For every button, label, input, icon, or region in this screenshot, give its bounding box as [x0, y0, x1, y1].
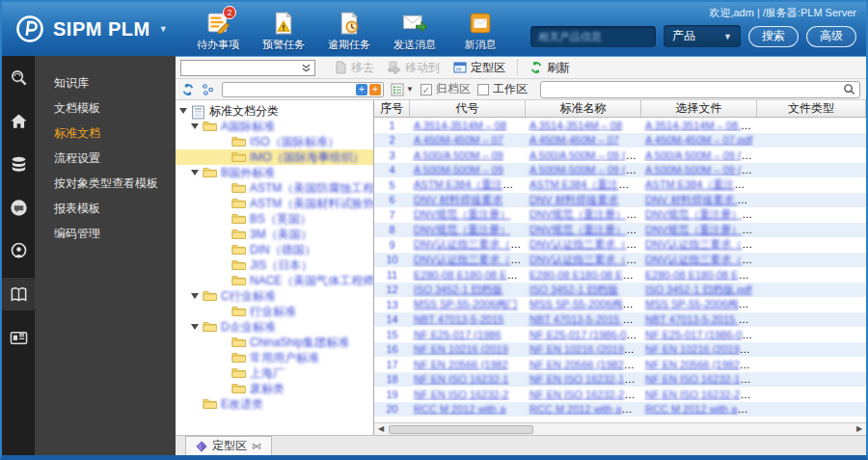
scroll-left-icon[interactable]: ◀ — [374, 423, 388, 435]
tree-node[interactable]: C行业标准 — [176, 288, 373, 304]
tree-node[interactable]: 废标类 — [176, 381, 373, 396]
list-icon — [391, 83, 404, 96]
expander-icon[interactable] — [191, 123, 199, 129]
tree-node[interactable]: ChinaShip集团标准 — [176, 335, 373, 350]
top-action-send-message[interactable]: 发送消息 — [387, 11, 443, 52]
tree-node[interactable]: DIN（德国） — [176, 242, 373, 257]
table-row[interactable]: 5ASTM E384（重注册）ASTM E384（重注册）ASTM E384（重… — [374, 177, 866, 193]
quick-add-input[interactable]: + + — [222, 82, 384, 97]
tree-node[interactable]: 上海厂 — [176, 365, 373, 381]
global-search-input[interactable]: 相关产品信息 — [530, 26, 656, 47]
profile-broadcast-icon[interactable] — [2, 234, 35, 267]
tree-node[interactable]: NACE（美国气体工程师协会） — [176, 273, 373, 288]
staging-area-button[interactable]: 定型区 — [447, 58, 512, 77]
expander-icon[interactable] — [191, 324, 199, 330]
chat-icon[interactable] — [2, 191, 35, 224]
structure-icon[interactable] — [202, 83, 215, 96]
advanced-search-button[interactable]: 高级 — [806, 26, 856, 47]
tree-node[interactable]: 常用用户标准 — [176, 350, 373, 365]
horizontal-scrollbar[interactable]: ◀ ▶ — [374, 422, 866, 435]
table-row[interactable]: 8DNV规范（重注册）DNV规范（重注册）PARTDNV规范（重注册）PART — [374, 223, 866, 238]
sidebar-item[interactable]: 标准文档 — [35, 121, 176, 146]
column-header[interactable]: 选择文件 — [641, 100, 757, 117]
tree-node[interactable]: ISO（国际标准） — [176, 134, 373, 149]
scroll-right-icon[interactable]: ▶ — [853, 423, 866, 435]
sidebar-item[interactable]: 文档模板 — [35, 95, 176, 121]
tree-node[interactable]: 行业标准 — [176, 304, 373, 319]
top-action-new-message[interactable]: 新消息 — [452, 11, 508, 52]
table-row[interactable]: 20RCC M 2012 with aRCC M 2012 with add 1… — [374, 402, 866, 418]
add-orange-icon[interactable]: + — [369, 84, 381, 95]
workspace-checkbox[interactable]: 工作区 — [477, 81, 528, 97]
table-search-input[interactable] — [540, 81, 860, 98]
search-category-dropdown[interactable]: 产品 ▼ — [664, 25, 741, 47]
tree-node-label: C行业标准 — [221, 288, 276, 305]
brand-caret-icon[interactable]: ▼ — [159, 24, 168, 34]
expander-icon[interactable] — [191, 170, 199, 176]
brand[interactable]: SIPM PLM ▼ — [2, 2, 190, 56]
sipm-search-icon[interactable] — [2, 61, 35, 94]
table-row[interactable]: 15NF E25-017 (1986NF E25-017 (1986-02-01… — [374, 327, 866, 342]
table-row[interactable]: 6DNV 材料焊接要求DNV 材料焊接要求DNV 材料焊接要求.doc — [374, 193, 866, 208]
tree-node[interactable]: JIS（日本） — [176, 257, 373, 273]
sidebar-item[interactable]: 知识库 — [35, 70, 176, 95]
column-header[interactable]: 标准名称 — [526, 100, 641, 117]
table-row[interactable]: 4A 500M-500M – 09A 500M-500M – 09 (Recan… — [374, 163, 866, 178]
table-row[interactable]: 18NF EN ISO 16232-1NF EN ISO 16232-1 (20… — [374, 372, 866, 388]
staging-area-tab[interactable]: 定型区 ⋈ — [185, 436, 272, 455]
table-row[interactable]: 17NF EN 20566 (1982NF EN 20566 (1982-08-… — [374, 357, 866, 372]
tree-node[interactable]: IMO（国际海事组织） — [176, 149, 373, 165]
tree-node[interactable]: A国际标准 — [176, 119, 373, 134]
sidebar-item[interactable]: 编码管理 — [35, 221, 176, 246]
column-header[interactable]: 代号 — [410, 100, 526, 117]
refresh-button[interactable]: 刷新 — [523, 58, 577, 77]
tree-root[interactable]: 标准文档分类 — [176, 103, 373, 119]
move-to-button[interactable]: 移动到 — [381, 58, 447, 77]
filter-combobox[interactable] — [180, 60, 315, 76]
add-blue-icon[interactable]: + — [356, 84, 367, 95]
table-row[interactable]: 1A 3514-3514M – 08A 3514-3514M – 08A 351… — [374, 118, 866, 133]
table-row[interactable]: 7DNV规范（重注册）DNV规范（重注册）PARTDNV规范（重注册）PART — [374, 207, 866, 223]
sidebar-item[interactable]: 按对象类型查看模板 — [35, 171, 176, 196]
tree-node[interactable]: BS（英国） — [176, 211, 373, 227]
tree-node[interactable]: ASTM（美国材料试验协会） — [176, 196, 373, 211]
table-row[interactable]: 19NF EN ISO 16232-2NF EN ISO 16232-2 (20… — [374, 387, 866, 402]
reload-tree-icon[interactable] — [181, 83, 195, 96]
expander-icon[interactable] — [191, 293, 199, 299]
top-action-warning-task[interactable]: 预警任务 — [256, 11, 312, 52]
column-header[interactable]: 文件类型 — [757, 100, 866, 117]
tree-node[interactable]: D企业标准 — [176, 319, 373, 335]
top-action-overdue-task[interactable]: 逾期任务 — [321, 11, 377, 52]
table-row[interactable]: 10DNV认证指三要求（重注册）DNV认证指三要求（重注册）DNV认证指三要求（… — [374, 253, 866, 268]
home-icon[interactable] — [2, 104, 35, 137]
tree-node[interactable]: B国外标准 — [176, 165, 373, 180]
grid-body: 1A 3514-3514M – 08A 3514-3514M – 08A 351… — [374, 118, 866, 422]
tab-pin-icon[interactable]: ⋈ — [252, 441, 261, 451]
archive-area-checkbox[interactable]: ✓ 归档区 — [420, 81, 471, 97]
table-row[interactable]: 2A 450M-450M – 07A 450M-450M – 07A 450M-… — [374, 133, 866, 149]
top-action-todo[interactable]: 待办事项2 — [190, 11, 246, 52]
table-row[interactable]: 13MSS SP-55-2006阀门MSS SP-55-2006阀门「主三MSS… — [374, 297, 866, 312]
scrollbar-thumb[interactable] — [389, 425, 533, 434]
table-row[interactable]: 12ISO 3452-1 归档版ISO 3452-1 归档版ISO 3452-1… — [374, 283, 866, 298]
search-button[interactable]: 搜索 — [748, 26, 799, 47]
table-row[interactable]: 9DNV认证指三要求（重注册）DNV认证指三要求（重注册）DNV认证指三要求（重… — [374, 237, 866, 253]
sidebar-item[interactable]: 报表模板 — [35, 196, 176, 221]
tree-node[interactable]: ASTM（美国防腐蚀工程师协会） — [176, 180, 373, 196]
table-row[interactable]: 11E280-08 E180-08 Exx40-8E280-08 E180-08… — [374, 267, 866, 283]
column-header[interactable]: 序号 — [374, 100, 410, 117]
view-options-button[interactable]: ▼ — [391, 83, 414, 96]
table-row[interactable]: 3A 500/A 500M – 09A 500/A 500M – 09 (Rec… — [374, 148, 866, 163]
body: 知识库文档模板标准文档流程设置按对象类型查看模板报表模板编码管理 移去 — [2, 56, 866, 455]
tree-node[interactable]: 3M（美国） — [176, 227, 373, 242]
tree-node[interactable]: E改进类 — [176, 396, 373, 412]
book-icon[interactable] — [2, 278, 35, 311]
table-row[interactable]: 16NF EN 10216 (2019NF EN 10216 (2019-04-… — [374, 342, 866, 358]
database-icon[interactable] — [2, 148, 35, 180]
cell-code: DNV 材料焊接要求 — [410, 193, 526, 207]
sidebar-item[interactable]: 流程设置 — [35, 146, 176, 171]
remove-button[interactable]: 移去 — [327, 58, 381, 77]
expander-icon[interactable] — [179, 108, 187, 114]
idcard-icon[interactable] — [2, 321, 35, 354]
table-row[interactable]: 14NBT 47013-5-2015NBT 47013-5-2015 承压设NB… — [374, 312, 866, 328]
